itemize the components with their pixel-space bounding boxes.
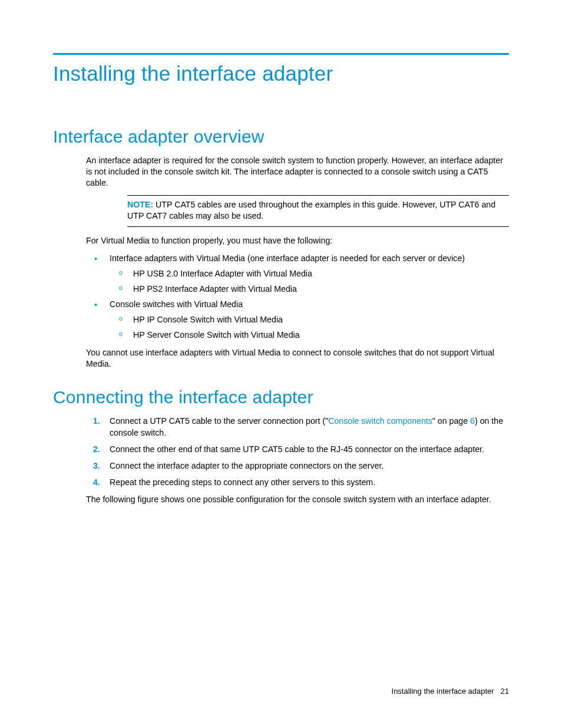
list-item: HP USB 2.0 Interface Adapter with Virtua…	[110, 268, 509, 280]
overview-intro: An interface adapter is required for the…	[86, 155, 509, 189]
note-box: NOTE: UTP CAT5 cables are used throughou…	[127, 195, 509, 227]
note-body: UTP CAT5 cables are used throughout the …	[127, 200, 495, 220]
heading-overview: Interface adapter overview	[53, 127, 509, 147]
overview-body: An interface adapter is required for the…	[86, 155, 509, 370]
list-item: HP IP Console Switch with Virtual Media	[110, 314, 509, 326]
steps-list: Connect a UTP CAT5 cable to the server c…	[86, 416, 509, 488]
document-page: Installing the interface adapter Interfa…	[0, 0, 562, 728]
step-item: Connect a UTP CAT5 cable to the server c…	[86, 416, 509, 439]
vm-intro: For Virtual Media to function properly, …	[86, 235, 509, 246]
sub-list: HP IP Console Switch with Virtual Media …	[110, 314, 509, 341]
list-item: HP Server Console Switch with Virtual Me…	[110, 330, 509, 341]
footer-title: Installing the interface adapter	[392, 687, 494, 696]
page-ref-link[interactable]: 6	[470, 416, 475, 426]
list-item: Console switches with Virtual Media HP I…	[86, 298, 509, 341]
list-item: Interface adapters with Virtual Media (o…	[86, 252, 509, 295]
step-item: Connect the other end of that same UTP C…	[86, 444, 509, 456]
connecting-body: Connect a UTP CAT5 cable to the server c…	[86, 416, 509, 506]
step-item: Connect the interface adapter to the app…	[86, 460, 509, 472]
bullet-text: Console switches with Virtual Media	[110, 299, 243, 309]
bullet-list: Interface adapters with Virtual Media (o…	[86, 252, 509, 341]
list-item: HP PS2 Interface Adapter with Virtual Me…	[110, 284, 509, 295]
step-text: " on page	[432, 416, 470, 426]
page-footer: Installing the interface adapter 21	[392, 687, 509, 696]
sub-list: HP USB 2.0 Interface Adapter with Virtua…	[110, 268, 509, 295]
heading-connecting: Connecting the interface adapter	[53, 387, 509, 407]
vm-outro: You cannot use interface adapters with V…	[86, 347, 509, 370]
figure-intro: The following figure shows one possible …	[86, 494, 509, 505]
footer-page-number: 21	[501, 687, 509, 696]
note-label: NOTE:	[127, 200, 153, 209]
cross-ref-link[interactable]: Console switch components	[328, 416, 432, 426]
title-rule	[53, 53, 509, 55]
step-item: Repeat the preceding steps to connect an…	[86, 477, 509, 489]
page-title: Installing the interface adapter	[53, 62, 509, 85]
step-text: Connect a UTP CAT5 cable to the server c…	[110, 416, 328, 426]
bullet-text: Interface adapters with Virtual Media (o…	[110, 253, 465, 263]
